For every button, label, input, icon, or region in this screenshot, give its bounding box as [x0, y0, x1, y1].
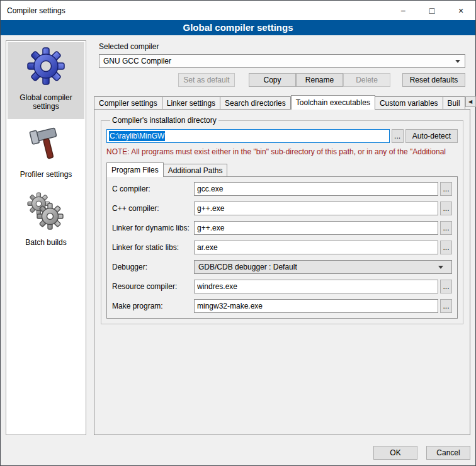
tab-scroll-left-icon[interactable]: ◀ [465, 96, 476, 107]
static-linker-browse-button[interactable]: ... [440, 241, 452, 254]
dynamic-linker-label: Linker for dynamic libs: [112, 224, 194, 232]
resource-compiler-input[interactable] [194, 280, 438, 293]
settings-tabstrip: Compiler settings Linker settings Search… [94, 94, 470, 109]
profiler-hammer-icon [26, 123, 66, 163]
cpp-compiler-input[interactable] [194, 202, 438, 215]
window-controls: − □ × [388, 1, 475, 20]
make-program-input[interactable] [194, 299, 438, 313]
main-area: Selected compiler GNU GCC Compiler Set a… [94, 40, 470, 435]
cancel-button[interactable]: Cancel [426, 446, 470, 460]
installation-directory-input[interactable]: C:\raylib\MinGW [106, 129, 390, 143]
make-program-row: Make program: ... [112, 299, 452, 313]
set-as-default-button: Set as default [178, 73, 235, 87]
dynamic-linker-row: Linker for dynamic libs: ... [112, 221, 452, 235]
tab-build-options-truncated[interactable]: Buil [443, 96, 465, 109]
c-compiler-row: C compiler: ... [112, 182, 452, 196]
cpp-compiler-label: C++ compiler: [112, 204, 194, 213]
close-button[interactable]: × [446, 1, 475, 20]
auto-detect-button[interactable]: Auto-detect [405, 129, 458, 143]
sidebar-item-label: Profiler settings [20, 170, 72, 179]
settings-sidebar: Global compiler settings Profiler settin… [6, 40, 86, 435]
tab-compiler-settings[interactable]: Compiler settings [94, 96, 162, 109]
maximize-button[interactable]: □ [417, 1, 446, 20]
chevron-down-icon [438, 266, 443, 269]
c-compiler-input[interactable] [194, 182, 438, 196]
programs-note: NOTE: All programs must exist either in … [106, 147, 458, 156]
debugger-dropdown[interactable]: GDB/CDB debugger : Default [194, 260, 452, 274]
make-program-label: Make program: [112, 302, 194, 310]
copy-button[interactable]: Copy [249, 73, 296, 87]
dynamic-linker-input[interactable] [194, 221, 438, 235]
debugger-row: Debugger: GDB/CDB debugger : Default [112, 260, 452, 274]
installation-directory-row: C:\raylib\MinGW ... Auto-detect [106, 129, 458, 143]
tab-search-directories[interactable]: Search directories [220, 96, 291, 109]
tab-program-files[interactable]: Program Files [106, 162, 164, 177]
tab-toolchain-executables[interactable]: Toolchain executables [291, 95, 375, 110]
installation-directory-groupbox: Compiler's installation directory C:\ray… [101, 116, 463, 324]
reset-defaults-button[interactable]: Reset defaults [402, 73, 465, 87]
compiler-buttons-row: Set as default Copy Rename Delete Reset … [99, 73, 465, 87]
resource-compiler-browse-button[interactable]: ... [440, 280, 452, 293]
toolchain-executables-panel: Compiler's installation directory C:\ray… [94, 109, 470, 435]
installation-directory-browse-button[interactable]: ... [392, 129, 404, 143]
gray-gears-icon [26, 191, 66, 231]
delete-button: Delete [343, 73, 390, 87]
page-title: Global compiler settings [1, 20, 475, 35]
minimize-button[interactable]: − [388, 1, 417, 20]
sidebar-item-label: Batch builds [25, 238, 66, 247]
static-linker-input[interactable] [194, 241, 438, 254]
titlebar: Compiler settings − □ × [1, 1, 475, 20]
sidebar-item-label: Global compiler settings [9, 93, 83, 111]
blue-gear-icon [26, 46, 66, 86]
tab-custom-variables[interactable]: Custom variables [375, 96, 443, 109]
dynamic-linker-browse-button[interactable]: ... [440, 221, 452, 235]
sidebar-item-global-compiler-settings[interactable]: Global compiler settings [8, 42, 84, 119]
tab-additional-paths[interactable]: Additional Paths [164, 164, 228, 176]
dialog-body: Global compiler settings Profiler settin… [1, 35, 475, 440]
compiler-settings-window: Compiler settings − □ × Global compiler … [0, 0, 476, 466]
selected-compiler-label: Selected compiler [99, 42, 465, 51]
sidebar-item-profiler-settings[interactable]: Profiler settings [8, 119, 84, 187]
static-linker-row: Linker for static libs: ... [112, 241, 452, 254]
cpp-compiler-browse-button[interactable]: ... [440, 202, 452, 215]
chevron-down-icon [455, 60, 460, 63]
dialog-footer: OK Cancel [1, 440, 475, 465]
program-files-tabstrip: Program Files Additional Paths [106, 162, 458, 176]
tab-scroll-arrows: ◀ ▶ [465, 96, 476, 109]
installation-directory-legend: Compiler's installation directory [110, 116, 218, 125]
program-files-panel: C compiler: ... C++ compiler: ... Linker… [106, 176, 458, 319]
selected-compiler-combobox[interactable]: GNU GCC Compiler [99, 54, 465, 68]
debugger-value: GDB/CDB debugger : Default [198, 263, 297, 271]
c-compiler-browse-button[interactable]: ... [440, 182, 452, 196]
sidebar-item-batch-builds[interactable]: Batch builds [8, 187, 84, 255]
installation-directory-selected-text: C:\raylib\MinGW [109, 131, 165, 141]
tab-linker-settings[interactable]: Linker settings [162, 96, 220, 109]
resource-compiler-label: Resource compiler: [112, 282, 194, 291]
c-compiler-label: C compiler: [112, 185, 194, 193]
cpp-compiler-row: C++ compiler: ... [112, 202, 452, 215]
window-title: Compiler settings [1, 6, 65, 15]
static-linker-label: Linker for static libs: [112, 243, 194, 252]
debugger-label: Debugger: [112, 263, 194, 271]
ok-button[interactable]: OK [373, 446, 417, 460]
rename-button[interactable]: Rename [296, 73, 343, 87]
resource-compiler-row: Resource compiler: ... [112, 280, 452, 293]
make-program-browse-button[interactable]: ... [440, 299, 452, 313]
selected-compiler-value: GNU GCC Compiler [103, 57, 171, 65]
